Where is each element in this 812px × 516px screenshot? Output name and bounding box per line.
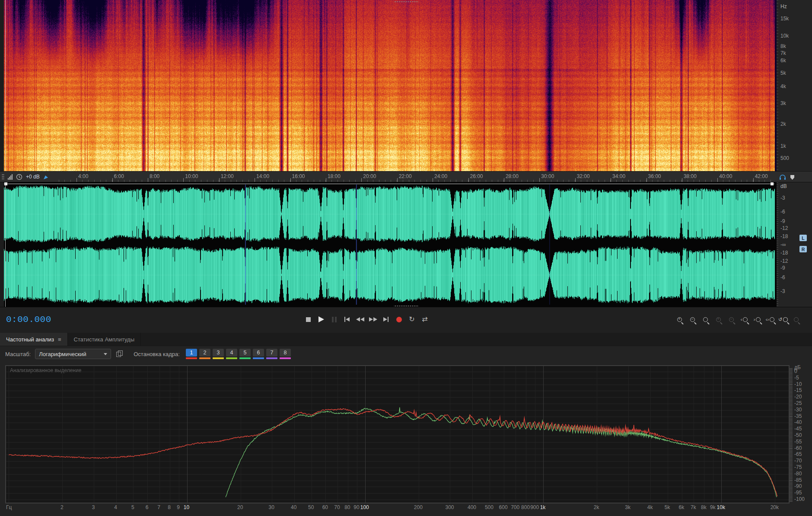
loop-button[interactable]: ↻	[407, 314, 417, 325]
hold-label: Остановка кадра:	[134, 351, 180, 357]
fast-forward-icon	[369, 317, 377, 322]
transport-buttons: ↻⇄	[303, 314, 430, 325]
hold-button-label: 3	[213, 349, 224, 357]
timeline-tick	[290, 178, 291, 182]
go-end-button[interactable]	[381, 314, 391, 325]
db-axis-tick-label: -60	[794, 445, 802, 451]
frequency-graph[interactable]: Анализированное выделение	[5, 365, 790, 503]
timeline-toolbar: +0 dB	[0, 172, 53, 182]
amplitude-ruler[interactable]: dB -3-6-9-12-18-∞-18-12-9-6-3	[777, 182, 812, 307]
freq-axis-tick-label: 50	[308, 504, 314, 510]
timeline-ruler[interactable]: 4:006:008:0010:0012:0014:0016:0018:0020:…	[0, 171, 812, 182]
db-axis-tick-label: -25	[794, 400, 802, 406]
timeline-label: 6:00	[114, 173, 124, 179]
amplitude-ruler-label: -9	[780, 265, 785, 271]
rewind-button[interactable]	[355, 314, 365, 325]
tab-amplitude-statistics[interactable]: Статистика Амплитуды	[68, 333, 141, 346]
loop-icon: ↻	[409, 316, 414, 323]
waveform-display[interactable]	[4, 182, 777, 307]
zoom-in-amplitude-button[interactable]: +	[713, 315, 723, 324]
panel-resize-handle-middle[interactable]	[394, 305, 419, 307]
hold-color-swatch	[199, 357, 210, 359]
go-start-button[interactable]	[342, 314, 352, 325]
db-axis-tick-label: -70	[794, 458, 802, 464]
amplitude-axis-unit: dB	[780, 183, 787, 189]
panel-resize-handle-top[interactable]	[394, 1, 419, 3]
time-display[interactable]: 0:00.000	[6, 315, 51, 325]
hold-button-3[interactable]: 3	[213, 349, 224, 359]
hold-button-7[interactable]: 7	[266, 349, 277, 359]
freq-axis-tick-label: 10	[184, 504, 189, 510]
hold-color-swatch	[213, 357, 224, 359]
gain-readout[interactable]: +0 dB	[26, 174, 40, 180]
zoom-reset-modifier: ↺	[778, 317, 782, 322]
copy-graph-button[interactable]	[116, 350, 123, 357]
headphones-icon[interactable]	[779, 174, 786, 180]
panel-menu-icon[interactable]: ≡	[58, 336, 61, 343]
zoom-in-button[interactable]: +	[675, 315, 684, 324]
channel-l-button[interactable]: L	[799, 235, 807, 241]
hold-button-4[interactable]: 4	[226, 349, 237, 359]
stop-button[interactable]	[303, 314, 313, 325]
tab-frequency-analysis[interactable]: Частотный анализ ≡	[0, 333, 68, 346]
freq-axis-tick-label: 600	[499, 504, 508, 510]
zoom-out-amplitude-button[interactable]: −	[726, 315, 736, 324]
zoom-to-selection-button[interactable]: ‹›	[765, 315, 775, 324]
hold-button-5[interactable]: 5	[239, 349, 251, 359]
freq-axis-tick-label: 70	[334, 504, 340, 510]
zoom-out-icon: −	[690, 317, 695, 322]
db-axis-tick-label: -90	[794, 483, 802, 489]
zoom-in-point-button[interactable]: ‹	[739, 315, 749, 324]
hold-button-2[interactable]: 2	[199, 349, 210, 359]
zoom-out-point-modifier: ›	[754, 317, 755, 322]
channel-r-button[interactable]: R	[799, 246, 807, 252]
zoom-out-button[interactable]: −	[688, 315, 697, 324]
spectrogram-display[interactable]	[4, 0, 777, 171]
hold-button-1[interactable]: 1	[186, 349, 197, 359]
clock-icon[interactable]	[16, 174, 22, 180]
hold-button-8[interactable]: 8	[280, 349, 291, 359]
db-axis-tick-label: -75	[794, 464, 802, 470]
record-button[interactable]	[394, 314, 404, 325]
freq-axis-tick-label: 2	[61, 504, 64, 510]
timeline-tick	[575, 178, 576, 182]
timeline-label: 22:00	[399, 173, 412, 179]
hold-button-6[interactable]: 6	[253, 349, 264, 359]
go-start-icon	[344, 317, 350, 322]
skip-selection-button[interactable]: ⇄	[420, 314, 430, 325]
hold-button-group: 12345678	[186, 349, 291, 359]
hold-color-swatch	[239, 357, 251, 359]
zoom-reset-button[interactable]: ↺	[778, 315, 788, 324]
timeline-label: 10:00	[185, 173, 198, 179]
fast-forward-button[interactable]	[368, 314, 378, 325]
db-axis-tick-label: -65	[794, 451, 802, 457]
zoom-selection-button[interactable]	[701, 315, 710, 324]
play-button[interactable]	[316, 314, 326, 325]
level-meter-icon[interactable]	[8, 174, 13, 180]
db-axis-tick-label: -55	[794, 439, 802, 445]
scale-select[interactable]: Логарифмический	[35, 349, 111, 359]
amplitude-ruler-label: -9	[780, 218, 785, 224]
amplitude-ruler-label: -3	[780, 288, 785, 294]
marker-icon[interactable]	[790, 175, 795, 180]
frequency-ruler[interactable]: Hz 15k10k8k7k6k5k4k3k2k1k500	[777, 0, 812, 171]
pause-button[interactable]	[329, 314, 339, 325]
freq-axis-tick-label: 20k	[771, 504, 779, 510]
db-axis-tick-label: -15	[794, 387, 802, 393]
timeline-tick	[76, 178, 77, 182]
stop-icon	[306, 317, 311, 322]
y-axis-unit-label: дБ	[794, 364, 801, 370]
snap-pin-icon[interactable]	[43, 174, 49, 180]
frequency-ruler-label: 1k	[780, 143, 786, 149]
timeline-tick	[468, 178, 469, 182]
zoom-out-point-icon	[756, 317, 761, 322]
zoom-full-button[interactable]	[791, 315, 801, 324]
timeline-tick	[504, 178, 504, 182]
zoom-out-point-button[interactable]: ›	[752, 315, 762, 324]
zoom-in-point-icon	[743, 317, 748, 322]
freq-axis-tick-label: 2k	[594, 504, 599, 510]
scale-value: Логарифмический	[39, 351, 86, 357]
zoom-to-selection-icon	[770, 317, 774, 322]
skip-selection-icon: ⇄	[422, 316, 427, 323]
freq-axis-tick-label: 4k	[647, 504, 653, 510]
